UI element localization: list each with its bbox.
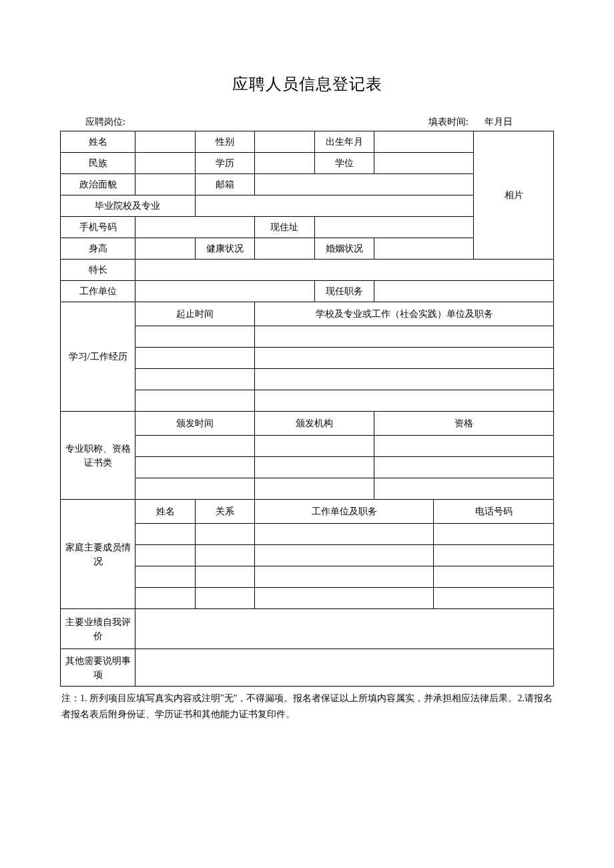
field-family-work-1[interactable] — [255, 524, 434, 545]
label-birth: 出生年月 — [314, 131, 374, 153]
field-ethnic[interactable] — [135, 153, 195, 174]
field-name[interactable] — [135, 131, 195, 153]
form-title: 应聘人员信息登记表 — [60, 73, 554, 95]
field-history-detail-4[interactable] — [255, 390, 554, 412]
label-gender: 性别 — [195, 131, 254, 153]
label-current-address: 现住址 — [255, 217, 314, 238]
field-political[interactable] — [135, 174, 195, 195]
field-history-detail-3[interactable] — [255, 369, 554, 390]
field-school-major[interactable] — [195, 195, 473, 217]
field-birth[interactable] — [374, 131, 473, 153]
label-other-notes: 其他需要说明事项 — [61, 649, 135, 687]
label-specialty: 特长 — [61, 260, 135, 281]
field-family-work-3[interactable] — [255, 566, 434, 588]
field-family-phone-2[interactable] — [434, 545, 554, 566]
label-family: 家庭主要成员情况 — [61, 500, 135, 609]
label-family-relation: 关系 — [195, 500, 254, 524]
field-family-phone-4[interactable] — [434, 588, 554, 609]
field-cert-issuer-1[interactable] — [255, 436, 374, 457]
date-suffix: 年月日 — [485, 116, 553, 128]
label-certificates: 专业职称、资格证书类 — [61, 412, 135, 500]
application-form-table: 姓名 性别 出生年月 相片 民族 学历 学位 政治面貌 邮箱 毕业院校及专业 手… — [60, 131, 554, 687]
label-email: 邮箱 — [195, 174, 254, 195]
field-history-period-4[interactable] — [135, 390, 255, 412]
field-cert-issuer-2[interactable] — [255, 457, 374, 478]
header-line: 应聘岗位: 填表时间: 年月日 — [60, 116, 554, 131]
field-history-detail-1[interactable] — [255, 326, 554, 348]
label-ethnic: 民族 — [61, 153, 135, 174]
label-family-name: 姓名 — [135, 500, 195, 524]
field-phone[interactable] — [135, 217, 255, 238]
field-work-unit[interactable] — [135, 281, 314, 302]
field-family-name-3[interactable] — [135, 566, 195, 588]
label-period: 起止时间 — [135, 302, 255, 326]
label-family-phone: 电话号码 — [434, 500, 554, 524]
form-notes: 注：1. 所列项目应填写真实内容或注明"无"，不得漏项。报名者保证以上所填内容属… — [60, 691, 554, 723]
field-family-name-4[interactable] — [135, 588, 195, 609]
fill-time-label: 填表时间: — [428, 116, 485, 128]
field-family-relation-2[interactable] — [195, 545, 254, 566]
field-height[interactable] — [135, 238, 195, 260]
label-cert-issuer: 颁发机构 — [255, 412, 374, 436]
label-degree: 学位 — [314, 153, 374, 174]
field-family-name-1[interactable] — [135, 524, 195, 545]
field-cert-time-1[interactable] — [135, 436, 255, 457]
field-cert-time-3[interactable] — [135, 478, 255, 500]
field-family-relation-3[interactable] — [195, 566, 254, 588]
field-history-detail-2[interactable] — [255, 348, 554, 369]
label-school-major: 毕业院校及专业 — [61, 195, 196, 217]
field-family-work-4[interactable] — [255, 588, 434, 609]
field-cert-qual-1[interactable] — [374, 436, 553, 457]
field-education[interactable] — [255, 153, 314, 174]
field-other-notes[interactable] — [135, 649, 554, 687]
field-self-eval[interactable] — [135, 609, 554, 649]
label-education: 学历 — [195, 153, 254, 174]
label-school-or-work: 学校及专业或工作（社会实践）单位及职务 — [255, 302, 554, 326]
field-email[interactable] — [255, 174, 474, 195]
label-political: 政治面貌 — [61, 174, 135, 195]
field-family-relation-1[interactable] — [195, 524, 254, 545]
label-height: 身高 — [61, 238, 135, 260]
label-marital: 婚姻状况 — [314, 238, 374, 260]
label-self-eval: 主要业绩自我评价 — [61, 609, 135, 649]
field-history-period-1[interactable] — [135, 326, 255, 348]
field-family-work-2[interactable] — [255, 545, 434, 566]
label-photo: 相片 — [474, 131, 554, 260]
field-health[interactable] — [255, 238, 314, 260]
label-name: 姓名 — [61, 131, 135, 153]
field-cert-issuer-3[interactable] — [255, 478, 374, 500]
label-phone: 手机号码 — [61, 217, 135, 238]
field-history-period-2[interactable] — [135, 348, 255, 369]
field-specialty[interactable] — [135, 260, 554, 281]
field-family-relation-4[interactable] — [195, 588, 254, 609]
label-cert-issue-time: 颁发时间 — [135, 412, 255, 436]
field-cert-qual-3[interactable] — [374, 478, 553, 500]
label-study-work-history: 学习/工作经历 — [61, 302, 135, 412]
position-label: 应聘岗位: — [61, 116, 428, 128]
field-family-name-2[interactable] — [135, 545, 195, 566]
label-current-position: 现任职务 — [314, 281, 374, 302]
field-cert-qual-2[interactable] — [374, 457, 553, 478]
label-work-unit: 工作单位 — [61, 281, 135, 302]
field-family-phone-3[interactable] — [434, 566, 554, 588]
field-degree[interactable] — [374, 153, 473, 174]
field-current-position[interactable] — [374, 281, 553, 302]
field-cert-time-2[interactable] — [135, 457, 255, 478]
field-family-phone-1[interactable] — [434, 524, 554, 545]
label-health: 健康状况 — [195, 238, 254, 260]
field-marital[interactable] — [374, 238, 473, 260]
label-family-work: 工作单位及职务 — [255, 500, 434, 524]
label-cert-qualification: 资格 — [374, 412, 553, 436]
field-gender[interactable] — [255, 131, 314, 153]
field-current-address[interactable] — [314, 217, 474, 238]
field-history-period-3[interactable] — [135, 369, 255, 390]
